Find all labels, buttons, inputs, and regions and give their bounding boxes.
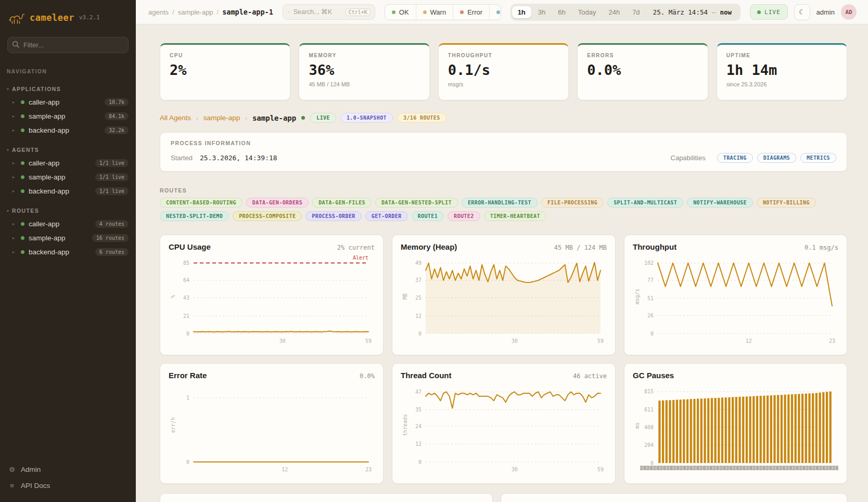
- breadcrumb-sample-app[interactable]: sample-app: [178, 8, 213, 16]
- range-button[interactable]: 7d: [627, 6, 645, 18]
- status-dot-icon: [21, 236, 24, 240]
- route-pill[interactable]: NOTIFY-BILLING: [757, 198, 816, 208]
- chevron-separator: ›: [245, 115, 247, 121]
- sidebar: cameleer v3.2.1 NAVIGATION ▾ APPLICATION…: [0, 0, 136, 502]
- chevron-down-icon: ▾: [7, 148, 9, 152]
- status-filter[interactable]: Running: [490, 5, 501, 20]
- sidebar-group-label: ROUTES: [12, 208, 39, 214]
- svg-text:59: 59: [597, 338, 604, 344]
- sidebar-group-header[interactable]: ▾ AGENTS: [0, 145, 136, 156]
- chevron-down-icon: ▾: [7, 209, 9, 213]
- route-pill[interactable]: DATA-GEN-NESTED-SPLIT: [375, 198, 458, 208]
- sidebar-item[interactable]: ▸ sample-app 16 routes: [0, 231, 136, 245]
- sidebar-item[interactable]: ▸ backend-app 1/1 live: [0, 184, 136, 198]
- status-dot-icon: [21, 250, 24, 254]
- status-filter[interactable]: Warn: [416, 5, 454, 20]
- sidebar-item[interactable]: ▸ sample-app 1/1 live: [0, 170, 136, 184]
- range-button[interactable]: 24h: [603, 6, 626, 18]
- status-filter-label: OK: [399, 8, 409, 16]
- route-pills: CONTENT-BASED-ROUTING DATA-GEN-ORDERS DA…: [160, 198, 847, 221]
- range-button[interactable]: Today: [572, 6, 602, 18]
- chevron-right-icon: ▸: [12, 189, 17, 194]
- capability-badge: TRACING: [717, 153, 753, 163]
- process-info-title: PROCESS INFORMATION: [171, 140, 836, 146]
- svg-text:0: 0: [186, 331, 189, 337]
- route-pill[interactable]: ROUTE2: [448, 211, 480, 221]
- live-toggle[interactable]: LIVE: [750, 4, 788, 20]
- svg-text:0: 0: [650, 331, 654, 337]
- search-shortcut-kbd: Ctrl+K: [346, 8, 371, 16]
- route-pill[interactable]: GET-ORDER: [365, 211, 408, 221]
- app-version: v3.2.1: [79, 14, 100, 21]
- route-pill[interactable]: PROCESS-COMPOSITE: [233, 211, 302, 221]
- search-input[interactable]: [293, 8, 341, 16]
- search-icon: [288, 8, 289, 16]
- route-pill[interactable]: CONTENT-BASED-ROUTING: [160, 198, 242, 208]
- range-button[interactable]: 6h: [552, 6, 571, 18]
- date-separator: –: [712, 8, 716, 16]
- timeline-card: Timeline 50 events: [501, 493, 847, 502]
- filter-input[interactable]: [7, 37, 129, 53]
- sidebar-item-badge: 1/1 live: [95, 159, 129, 167]
- svg-text:23: 23: [365, 467, 372, 472]
- sidebar-group-header[interactable]: ▾ ROUTES: [0, 205, 136, 217]
- all-agents-link[interactable]: All Agents: [160, 114, 191, 122]
- route-pill[interactable]: SPLIT-AND-MULTICAST: [607, 198, 683, 208]
- sidebar-item[interactable]: ▸ sample-app 84.1k: [0, 109, 136, 123]
- sidebar-item-label: caller-app: [29, 159, 59, 167]
- date-range[interactable]: 25. März 14:54 – now: [647, 8, 739, 16]
- process-information-card: PROCESS INFORMATION Started 25.3.2026, 1…: [160, 132, 847, 172]
- stat-card: UPTIME 1h 14m since 25.3.2026: [717, 43, 847, 100]
- route-pill[interactable]: FILE-PROCESSING: [541, 198, 604, 208]
- stat-value: 36%: [309, 62, 419, 78]
- breadcrumb-agents[interactable]: agents: [148, 8, 169, 16]
- avatar[interactable]: AD: [841, 4, 857, 20]
- chevron-separator: ›: [196, 115, 198, 121]
- sidebar-item[interactable]: ▸ backend-app 32.2k: [0, 123, 136, 137]
- status-dot-icon: [460, 10, 464, 14]
- route-pill[interactable]: ERROR-HANDLING-TEST: [462, 198, 538, 208]
- sidebar-item-admin[interactable]: ⚙ Admin: [0, 461, 136, 478]
- agent-badge: 1.0-SNAPSHOT: [340, 113, 393, 123]
- route-pill[interactable]: NOTIFY-WAREHOUSE: [687, 198, 753, 208]
- bottom-row: APPLICATION LOG All Warnings Errors Time…: [160, 493, 847, 502]
- chart-title: Error Rate: [169, 371, 207, 380]
- breadcrumb: agents/sample-app/sample-app-1: [148, 8, 273, 16]
- range-button[interactable]: 3h: [532, 6, 551, 18]
- status-filter[interactable]: OK: [385, 5, 416, 20]
- route-pill[interactable]: TIMER-HEARTBEAT: [484, 211, 546, 221]
- sidebar-item-api-docs[interactable]: ≡ API Docs: [0, 478, 136, 494]
- status-dot-icon: [392, 10, 395, 14]
- chart-title: Thread Count: [401, 371, 452, 380]
- list-icon: ≡: [8, 482, 16, 490]
- svg-text:threads: threads: [402, 414, 408, 436]
- svg-text:0: 0: [186, 459, 189, 465]
- route-pill[interactable]: NESTED-SPLIT-DEMO: [160, 211, 229, 221]
- chevron-right-icon: ▸: [12, 175, 17, 179]
- capabilities-label: Capabilities: [671, 154, 706, 162]
- status-filter[interactable]: Error: [453, 5, 490, 20]
- sidebar-item-label: backend-app: [29, 126, 69, 134]
- sidebar-item[interactable]: ▸ caller-app 1/1 live: [0, 156, 136, 170]
- route-pill[interactable]: ROUTE1: [412, 211, 444, 221]
- svg-text:85: 85: [183, 260, 189, 266]
- agent-app-link[interactable]: sample-app: [203, 114, 240, 122]
- chevron-down-icon: ▾: [7, 87, 9, 92]
- status-dot-icon: [21, 175, 24, 179]
- sidebar-item[interactable]: ▸ backend-app 6 routes: [0, 245, 136, 259]
- svg-text:25: 25: [415, 295, 422, 301]
- svg-text:12: 12: [746, 338, 752, 344]
- route-pill[interactable]: DATA-GEN-FILES: [312, 198, 372, 208]
- sidebar-item[interactable]: ▸ caller-app 10.7k: [0, 95, 136, 109]
- sidebar-group-header[interactable]: ▾ APPLICATIONS: [0, 84, 136, 95]
- stat-value: 0.1/s: [448, 62, 559, 78]
- stat-value: 1h 14m: [726, 62, 837, 78]
- stat-label: ERRORS: [587, 53, 698, 58]
- dark-mode-toggle[interactable]: ☾: [794, 4, 810, 20]
- sidebar-item[interactable]: ▸ caller-app 4 routes: [0, 217, 136, 231]
- chevron-right-icon: ▸: [12, 100, 17, 105]
- route-pill[interactable]: DATA-GEN-ORDERS: [246, 198, 309, 208]
- route-pill[interactable]: PROCESS-ORDER: [305, 211, 361, 221]
- svg-text:MB: MB: [402, 293, 408, 300]
- range-button[interactable]: 1h: [512, 6, 531, 18]
